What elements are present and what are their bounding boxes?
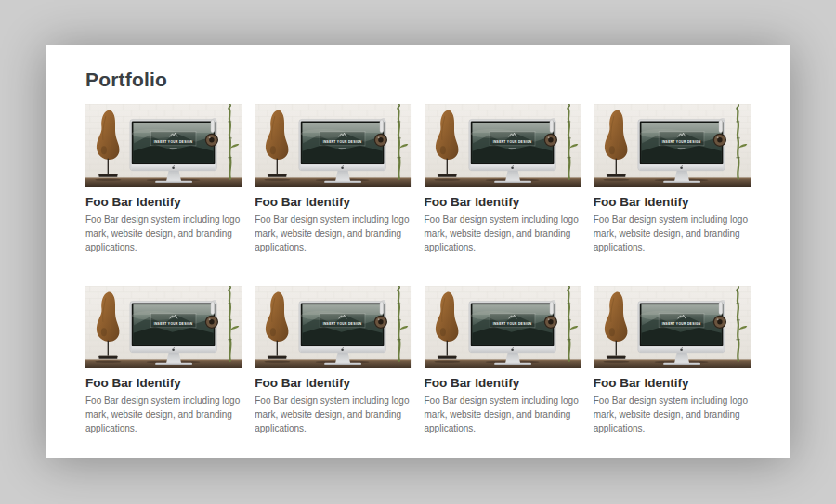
portfolio-item-description: Foo Bar design system including logo mar… bbox=[255, 213, 411, 254]
portfolio-thumbnail[interactable] bbox=[594, 286, 751, 369]
portfolio-item-description: Foo Bar design system including logo mar… bbox=[255, 394, 411, 435]
portfolio-item-title[interactable]: Foo Bar Identify bbox=[255, 375, 411, 391]
portfolio-item-description: Foo Bar design system including logo mar… bbox=[594, 394, 751, 435]
portfolio-item[interactable]: Foo Bar Identify Foo Bar design system i… bbox=[594, 104, 751, 254]
page-title: Portfolio bbox=[46, 45, 790, 104]
portfolio-item[interactable]: Foo Bar Identify Foo Bar design system i… bbox=[425, 104, 581, 254]
portfolio-item-title[interactable]: Foo Bar Identify bbox=[255, 194, 411, 210]
portfolio-item-description: Foo Bar design system including logo mar… bbox=[85, 394, 242, 435]
portfolio-item-description: Foo Bar design system including logo mar… bbox=[85, 213, 242, 254]
portfolio-item-title[interactable]: Foo Bar Identify bbox=[85, 375, 242, 391]
portfolio-item[interactable]: Foo Bar Identify Foo Bar design system i… bbox=[255, 286, 411, 436]
portfolio-thumbnail[interactable] bbox=[85, 104, 242, 187]
portfolio-item[interactable]: Foo Bar Identify Foo Bar design system i… bbox=[594, 286, 751, 436]
portfolio-thumbnail[interactable] bbox=[255, 286, 411, 369]
portfolio-item-description: Foo Bar design system including logo mar… bbox=[594, 213, 751, 254]
portfolio-item[interactable]: Foo Bar Identify Foo Bar design system i… bbox=[425, 286, 581, 436]
page-background: Portfolio Foo Bar Identify Foo Bar desig… bbox=[0, 0, 836, 504]
portfolio-item[interactable]: Foo Bar Identify Foo Bar design system i… bbox=[85, 286, 242, 436]
portfolio-item-title[interactable]: Foo Bar Identify bbox=[594, 194, 751, 210]
portfolio-thumbnail[interactable] bbox=[594, 104, 751, 187]
portfolio-thumbnail[interactable] bbox=[425, 104, 581, 187]
portfolio-grid: Foo Bar Identify Foo Bar design system i… bbox=[46, 104, 790, 435]
portfolio-item-title[interactable]: Foo Bar Identify bbox=[425, 194, 581, 210]
portfolio-thumbnail[interactable] bbox=[85, 286, 242, 369]
portfolio-thumbnail[interactable] bbox=[255, 104, 411, 187]
portfolio-card: Portfolio Foo Bar Identify Foo Bar desig… bbox=[46, 45, 790, 458]
portfolio-item-title[interactable]: Foo Bar Identify bbox=[425, 375, 581, 391]
portfolio-item-title[interactable]: Foo Bar Identify bbox=[594, 375, 751, 391]
portfolio-item-description: Foo Bar design system including logo mar… bbox=[425, 213, 581, 254]
portfolio-item[interactable]: Foo Bar Identify Foo Bar design system i… bbox=[85, 104, 242, 254]
portfolio-item-title[interactable]: Foo Bar Identify bbox=[85, 194, 242, 210]
portfolio-item-description: Foo Bar design system including logo mar… bbox=[425, 394, 581, 435]
portfolio-thumbnail[interactable] bbox=[425, 286, 581, 369]
portfolio-item[interactable]: Foo Bar Identify Foo Bar design system i… bbox=[255, 104, 411, 254]
